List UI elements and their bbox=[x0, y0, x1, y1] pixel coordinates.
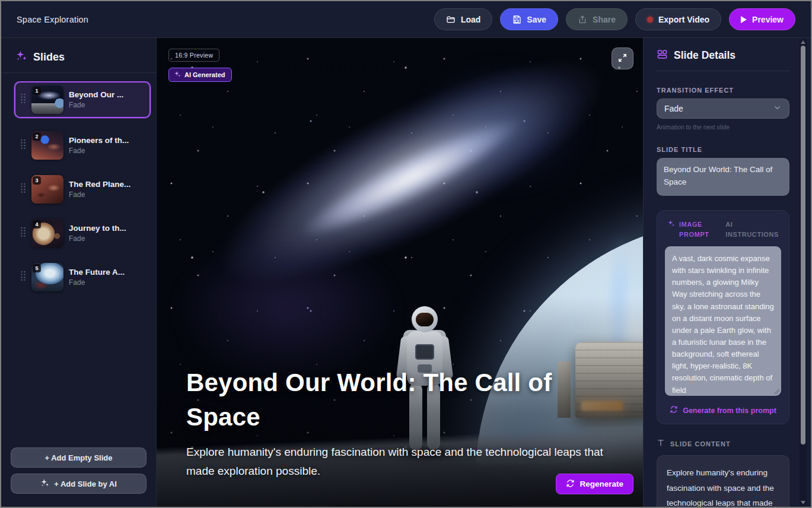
details-header: Slide Details bbox=[657, 49, 789, 71]
divider bbox=[657, 71, 789, 71]
refresh-icon bbox=[566, 479, 575, 490]
transition-effect-label: TRANSITION EFFECT bbox=[657, 87, 789, 94]
slide-thumbnail: 1 bbox=[31, 85, 63, 114]
slides-header: Slides bbox=[1, 38, 156, 72]
scroll-down-arrow[interactable] bbox=[801, 501, 805, 504]
share-button[interactable]: Share bbox=[566, 8, 628, 30]
slides-title: Slides bbox=[33, 51, 65, 64]
slide-title-label: SLIDE TITLE bbox=[657, 146, 789, 153]
slide-thumbnail: 2 bbox=[31, 131, 63, 160]
slide-number-badge: 2 bbox=[33, 132, 41, 141]
slide-content-label: SLIDE CONTENT bbox=[670, 440, 731, 447]
regenerate-button[interactable]: Regenerate bbox=[556, 474, 633, 494]
slide-item-title: Beyond Our ... bbox=[69, 90, 123, 99]
slide-item-3[interactable]: 3 The Red Plane... Fade bbox=[14, 173, 151, 206]
slide-item-4[interactable]: 4 Journey to th... Fade bbox=[14, 217, 151, 250]
play-icon bbox=[741, 16, 747, 23]
scroll-up-arrow[interactable] bbox=[801, 40, 805, 44]
add-empty-slide-button[interactable]: + Add Empty Slide bbox=[11, 447, 147, 468]
preview-button[interactable]: Preview bbox=[729, 8, 795, 30]
app-window: Space Exploration Load Save Share bbox=[0, 0, 812, 508]
prompt-card: IMAGE PROMPT AI INSTRUCTIONS A vast, dar… bbox=[657, 210, 789, 424]
slide-item-title: Journey to th... bbox=[69, 224, 126, 233]
load-button[interactable]: Load bbox=[434, 8, 492, 30]
record-dot-icon bbox=[647, 17, 653, 23]
fullscreen-button[interactable] bbox=[612, 47, 633, 69]
top-actions: Load Save Share Export Video Preview bbox=[434, 8, 795, 30]
sparkles-icon bbox=[40, 478, 49, 489]
slide-thumbnail: 4 bbox=[31, 219, 63, 247]
slide-item-title: The Red Plane... bbox=[69, 180, 130, 189]
drag-handle-icon[interactable] bbox=[20, 271, 26, 284]
slides-sidebar: Slides 1 Beyond Our ... Fade 2 bbox=[1, 38, 157, 507]
slide-item-transition: Fade bbox=[69, 234, 126, 243]
drag-handle-icon[interactable] bbox=[20, 139, 26, 152]
tab-ai-instructions[interactable]: AI INSTRUCTIONS bbox=[725, 220, 779, 239]
details-title: Slide Details bbox=[674, 49, 735, 62]
sparkles-icon bbox=[667, 220, 675, 230]
slide-number-badge: 1 bbox=[33, 87, 41, 95]
drag-handle-icon[interactable] bbox=[20, 183, 26, 196]
slide-number-badge: 3 bbox=[33, 176, 41, 185]
type-icon bbox=[657, 439, 665, 449]
slide-content-header: SLIDE CONTENT bbox=[657, 439, 789, 449]
layout-icon bbox=[657, 49, 668, 62]
sidebar-footer: + Add Empty Slide + Add Slide by AI bbox=[1, 440, 156, 507]
expand-icon bbox=[617, 53, 628, 65]
slide-item-transition: Fade bbox=[69, 190, 130, 199]
prompt-tabs: IMAGE PROMPT AI INSTRUCTIONS bbox=[665, 218, 781, 246]
slide-thumbnail: 3 bbox=[31, 175, 63, 204]
slide-item-title: Pioneers of th... bbox=[69, 136, 129, 145]
slide-caption: Beyond Our World: The Call of Space Expl… bbox=[186, 366, 609, 481]
slide-thumbnail: 5 bbox=[31, 263, 63, 291]
transition-select[interactable]: Fade bbox=[657, 99, 789, 119]
slide-content-input[interactable]: Explore humanity's enduring fascination … bbox=[657, 455, 789, 507]
sparkles-icon bbox=[174, 71, 181, 79]
ai-generated-badge: AI Generated bbox=[168, 68, 232, 82]
save-icon bbox=[512, 15, 521, 24]
slide-item-5[interactable]: 5 The Future A... Fade bbox=[14, 261, 151, 294]
generate-from-prompt-link[interactable]: Generate from this prompt bbox=[665, 405, 781, 415]
slide-item-1[interactable]: 1 Beyond Our ... Fade bbox=[14, 81, 151, 118]
scrollbar-thumb[interactable] bbox=[801, 46, 805, 444]
aspect-ratio-chip: 16:9 Preview bbox=[168, 49, 219, 62]
slide-title-text: Beyond Our World: The Call of Space bbox=[186, 366, 609, 434]
slide-number-badge: 4 bbox=[33, 220, 41, 228]
drag-handle-icon[interactable] bbox=[20, 93, 26, 106]
refresh-icon bbox=[670, 405, 678, 415]
slide-canvas: 16:9 Preview AI Generated Beyond Our Wor… bbox=[157, 38, 643, 507]
slide-item-transition: Fade bbox=[69, 147, 129, 155]
drag-handle-icon[interactable] bbox=[20, 227, 26, 240]
slide-subtitle-text: Explore humanity's enduring fascination … bbox=[186, 443, 609, 481]
project-title: Space Exploration bbox=[17, 15, 88, 24]
slide-list: 1 Beyond Our ... Fade 2 Pioneers of th..… bbox=[1, 81, 156, 440]
slide-number-badge: 5 bbox=[33, 264, 41, 272]
export-video-button[interactable]: Export Video bbox=[635, 8, 721, 30]
slide-item-transition: Fade bbox=[69, 278, 125, 287]
slide-item-transition: Fade bbox=[69, 101, 123, 109]
share-icon bbox=[578, 15, 587, 24]
top-bar: Space Exploration Load Save Share bbox=[1, 1, 811, 38]
slide-title-input[interactable]: Beyond Our World: The Call of Space bbox=[657, 158, 789, 196]
add-slide-by-ai-button[interactable]: + Add Slide by AI bbox=[11, 474, 147, 494]
sparkles-icon bbox=[15, 50, 27, 64]
slide-item-title: The Future A... bbox=[69, 268, 125, 277]
folder-icon bbox=[446, 15, 456, 24]
details-scrollbar[interactable] bbox=[800, 39, 807, 506]
slide-details-panel: Slide Details TRANSITION EFFECT Fade Ani… bbox=[643, 38, 811, 507]
chevron-down-icon bbox=[773, 103, 782, 114]
divider bbox=[1, 72, 156, 73]
tab-image-prompt[interactable]: IMAGE PROMPT bbox=[667, 220, 710, 239]
slide-item-2[interactable]: 2 Pioneers of th... Fade bbox=[14, 129, 151, 162]
image-prompt-input[interactable]: A vast, dark cosmic expanse with stars t… bbox=[665, 246, 781, 396]
save-button[interactable]: Save bbox=[500, 8, 558, 30]
transition-hint: Animation to the next slide bbox=[657, 123, 789, 131]
